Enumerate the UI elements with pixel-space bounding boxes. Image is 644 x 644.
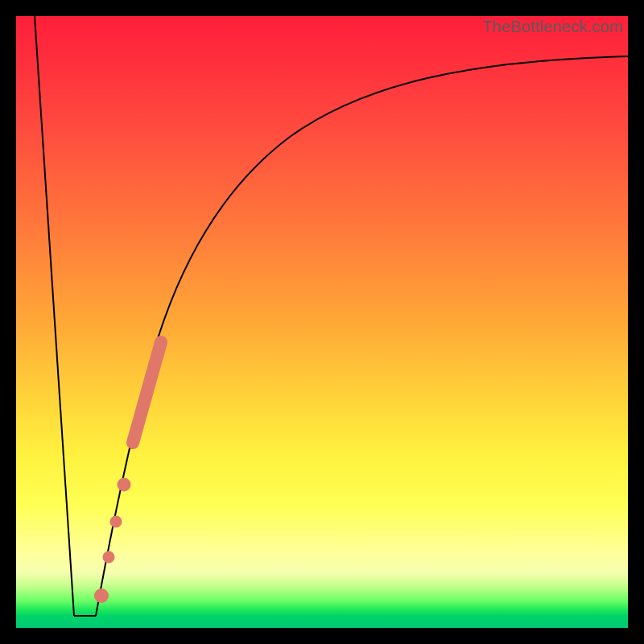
marker-dot-4 bbox=[94, 588, 109, 603]
marker-dot-3 bbox=[103, 551, 115, 564]
marker-dot-2 bbox=[110, 516, 122, 528]
marker-bar bbox=[133, 342, 161, 443]
curve-layer bbox=[16, 16, 628, 628]
chart-frame: TheBottleneck.com bbox=[0, 0, 644, 644]
curve-recovery bbox=[96, 56, 628, 616]
plot-area: TheBottleneck.com bbox=[16, 16, 628, 628]
marker-dot-1 bbox=[118, 478, 131, 492]
curve-descending bbox=[35, 16, 74, 616]
